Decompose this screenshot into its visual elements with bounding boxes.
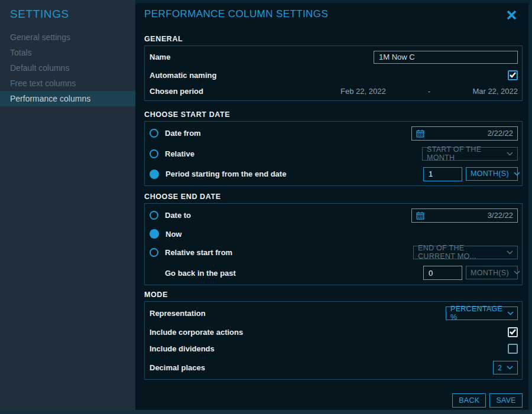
section-heading-general: GENERAL: [144, 35, 523, 43]
go-back-unit-value: MONTH(S): [471, 269, 509, 277]
relative-start-from-label[interactable]: Relative start from: [165, 248, 232, 257]
date-from-input[interactable]: 2/22/22: [411, 126, 518, 141]
save-button[interactable]: SAVE: [489, 393, 523, 408]
chevron-down-icon: [514, 172, 520, 176]
footer-actions: BACK SAVE: [144, 393, 523, 408]
decimal-places-value: 2: [498, 364, 502, 372]
include-corporate-actions-checkbox[interactable]: [508, 327, 518, 337]
chevron-down-icon: [514, 270, 520, 275]
radio-relative[interactable]: [150, 149, 158, 158]
page-title: PERFORMANCE COLUMN SETTINGS: [144, 3, 526, 20]
chevron-down-icon: [507, 250, 513, 255]
period-unit-value: MONTH(S): [471, 169, 509, 178]
include-corporate-actions-row: Include corporate actions: [150, 327, 518, 337]
relative-dropdown-value: START OF THE MONTH: [427, 145, 502, 162]
settings-sidebar: SETTINGS General settings Totals Default…: [0, 0, 135, 410]
automatic-naming-checkbox[interactable]: [508, 70, 518, 80]
period-from-end-row: Period starting from the end date MONTH(…: [150, 167, 518, 181]
section-heading-end-date: CHOOSE END DATE: [144, 193, 523, 201]
name-input[interactable]: [374, 51, 518, 64]
radio-relative-start-from[interactable]: [150, 248, 158, 257]
date-to-row: Date to 3/22/22: [150, 208, 518, 223]
date-from-label[interactable]: Date from: [165, 129, 201, 138]
go-back-amount-input[interactable]: [423, 266, 462, 280]
calendar-icon: [416, 129, 424, 138]
period-unit-dropdown[interactable]: MONTH(S): [466, 167, 518, 181]
go-back-row: Go back in the past MONTH(S): [150, 266, 518, 280]
back-button[interactable]: BACK: [452, 393, 486, 408]
chevron-down-icon: [507, 366, 513, 370]
sidebar-item-totals[interactable]: Totals: [0, 45, 135, 60]
include-dividends-label: Include dividends: [150, 344, 215, 353]
chosen-period-values: Feb 22, 2022 - Mar 22, 2022: [340, 87, 518, 96]
decimal-places-label: Decimal places: [150, 363, 205, 372]
date-from-row: Date from 2/22/22: [150, 126, 518, 141]
sidebar-item-performance-columns[interactable]: Performance columns: [0, 91, 135, 106]
start-date-section-box: Date from 2/22/22 Relative START OF THE …: [144, 121, 523, 186]
chosen-period-label: Chosen period: [150, 87, 203, 96]
date-to-label[interactable]: Date to: [165, 211, 191, 220]
period-end-value: Mar 22, 2022: [472, 87, 518, 96]
date-to-input[interactable]: 3/22/22: [411, 208, 518, 223]
period-amount-input[interactable]: [423, 167, 462, 181]
calendar-icon: [416, 211, 424, 220]
decimal-places-dropdown[interactable]: 2: [493, 361, 518, 374]
period-separator: -: [386, 87, 473, 96]
sidebar-item-free-text-columns[interactable]: Free text columns: [0, 76, 135, 91]
include-dividends-row: Include dividends: [150, 344, 518, 354]
representation-label: Representation: [150, 309, 206, 318]
chevron-down-icon: [507, 311, 514, 315]
period-start-value: Feb 22, 2022: [340, 87, 386, 96]
relative-start-from-value: END OF THE CURRENT MO...: [418, 244, 502, 260]
now-row: Now: [150, 229, 518, 239]
go-back-unit-dropdown[interactable]: MONTH(S): [466, 266, 518, 279]
go-back-label: Go back in the past: [150, 269, 236, 278]
include-corporate-actions-label: Include corporate actions: [150, 328, 243, 337]
sidebar-item-general-settings[interactable]: General settings: [0, 30, 135, 45]
end-date-section-box: Date to 3/22/22 Now Relative: [144, 203, 523, 285]
general-section-box: Name Automatic naming Chosen period Feb …: [144, 45, 523, 101]
section-heading-mode: MODE: [144, 291, 523, 299]
date-from-value: 2/22/22: [488, 129, 513, 138]
close-button[interactable]: [504, 7, 519, 22]
chevron-down-icon: [507, 152, 513, 156]
relative-start-from-dropdown[interactable]: END OF THE CURRENT MO...: [413, 246, 518, 259]
checkmark-icon: [510, 72, 516, 78]
close-icon: [506, 9, 517, 21]
now-label[interactable]: Now: [166, 230, 181, 239]
window-bottom-border: [0, 410, 532, 414]
relative-dropdown[interactable]: START OF THE MONTH: [422, 147, 518, 161]
radio-date-from[interactable]: [150, 129, 158, 138]
name-row: Name: [150, 51, 518, 64]
app-window: SETTINGS General settings Totals Default…: [0, 0, 532, 414]
radio-period-from-end[interactable]: [150, 169, 159, 179]
radio-now[interactable]: [150, 229, 159, 239]
name-label: Name: [150, 53, 170, 61]
checkmark-icon: [510, 329, 516, 335]
automatic-naming-label: Automatic naming: [150, 71, 216, 80]
relative-row: Relative START OF THE MONTH: [150, 147, 518, 161]
chosen-period-row: Chosen period Feb 22, 2022 - Mar 22, 202…: [150, 87, 518, 96]
relative-label[interactable]: Relative: [165, 149, 194, 158]
mode-section-box: Representation PERCENTAGE % Include corp…: [144, 301, 523, 380]
automatic-naming-row: Automatic naming: [150, 70, 518, 80]
sidebar-title: SETTINGS: [0, 0, 135, 21]
section-heading-start-date: CHOOSE START DATE: [144, 110, 523, 119]
decimal-places-row: Decimal places 2: [150, 361, 518, 374]
date-to-value: 3/22/22: [488, 211, 513, 220]
include-dividends-checkbox[interactable]: [508, 344, 518, 354]
representation-value: PERCENTAGE %: [450, 305, 502, 321]
representation-row: Representation PERCENTAGE %: [150, 307, 518, 320]
panel-header: PERFORMANCE COLUMN SETTINGS: [144, 3, 526, 27]
radio-date-to[interactable]: [150, 211, 158, 220]
period-from-end-label[interactable]: Period starting from the end date: [166, 169, 286, 178]
sidebar-nav: General settings Totals Default columns …: [0, 30, 135, 106]
sidebar-item-default-columns[interactable]: Default columns: [0, 60, 135, 76]
performance-column-settings-panel: PERFORMANCE COLUMN SETTINGS GENERAL Name…: [135, 0, 532, 410]
relative-start-from-row: Relative start from END OF THE CURRENT M…: [150, 246, 518, 259]
representation-dropdown[interactable]: PERCENTAGE %: [446, 307, 518, 320]
